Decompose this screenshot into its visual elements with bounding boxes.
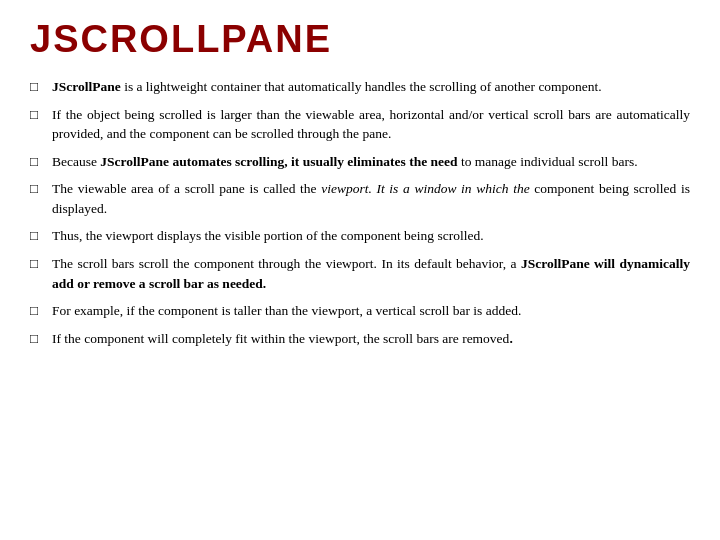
list-item: □The viewable area of a scroll pane is c… (30, 179, 690, 218)
bullet-text: Thus, the viewport displays the visible … (52, 226, 690, 246)
page: JSCROLLPANE □JScrollPane is a lightweigh… (0, 0, 720, 540)
bullet-text: The viewable area of a scroll pane is ca… (52, 179, 690, 218)
list-item: □The scroll bars scroll the component th… (30, 254, 690, 293)
bullet-marker: □ (30, 105, 52, 125)
bullet-marker: □ (30, 77, 52, 97)
list-item: □ For example, if the component is talle… (30, 301, 690, 321)
bullet-text: For example, if the component is taller … (52, 301, 690, 321)
bullet-text: If the component will completely fit wit… (52, 329, 690, 349)
bullet-text: JScrollPane is a lightweight container t… (52, 77, 690, 97)
bullet-marker: □ (30, 329, 52, 349)
list-item: □If the component will completely fit wi… (30, 329, 690, 349)
bullet-text: If the object being scrolled is larger t… (52, 105, 690, 144)
page-title: JSCROLLPANE (30, 18, 690, 61)
bullet-marker: □ (30, 226, 52, 246)
bullet-list: □JScrollPane is a lightweight container … (30, 77, 690, 348)
bullet-text: Because JScrollPane automates scrolling,… (52, 152, 690, 172)
bullet-marker: □ (30, 301, 52, 321)
list-item: □If the object being scrolled is larger … (30, 105, 690, 144)
list-item: □Because JScrollPane automates scrolling… (30, 152, 690, 172)
bullet-marker: □ (30, 152, 52, 172)
bullet-text: The scroll bars scroll the component thr… (52, 254, 690, 293)
list-item: □Thus, the viewport displays the visible… (30, 226, 690, 246)
bullet-marker: □ (30, 179, 52, 199)
list-item: □JScrollPane is a lightweight container … (30, 77, 690, 97)
bullet-marker: □ (30, 254, 52, 274)
